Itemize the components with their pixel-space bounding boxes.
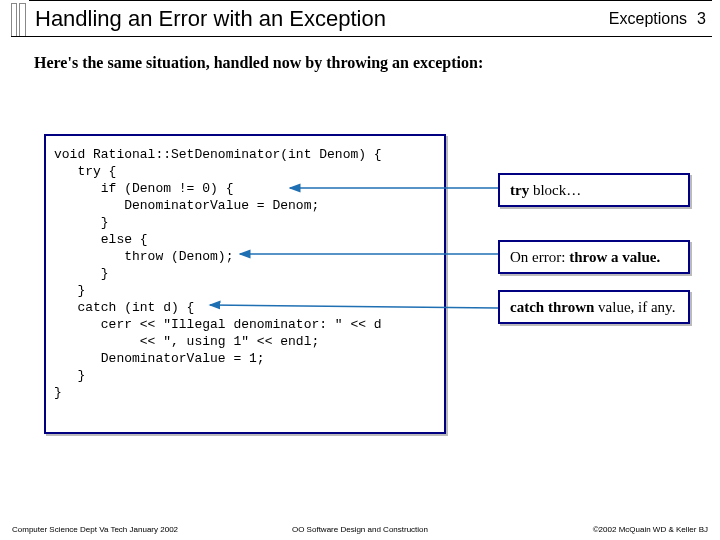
annotation-throw: On error: throw a value.	[498, 240, 690, 274]
header-stripe	[11, 3, 17, 36]
annotation-text: block…	[529, 182, 581, 198]
code-listing: void Rational::SetDenominator(int Denom)…	[54, 146, 436, 401]
annotation-bold: try	[510, 182, 529, 198]
header-stripe	[19, 3, 26, 36]
annotation-catch: catch thrown value, if any.	[498, 290, 690, 324]
annotation-text: On error:	[510, 249, 569, 265]
footer-center: OO Software Design and Construction	[0, 525, 720, 534]
intro-text: Here's the same situation, handled now b…	[34, 54, 483, 72]
page-number: 3	[697, 10, 706, 28]
annotation-bold: throw a value.	[569, 249, 660, 265]
header: Handling an Error with an Exception Exce…	[29, 0, 712, 37]
page-title: Handling an Error with an Exception	[35, 6, 609, 32]
topic-label: Exceptions	[609, 10, 687, 28]
code-box: void Rational::SetDenominator(int Denom)…	[44, 134, 446, 434]
annotation-bold: catch thrown	[510, 299, 594, 315]
footer: Computer Science Dept Va Tech January 20…	[0, 525, 720, 534]
header-underline	[11, 36, 712, 37]
annotation-try-block: try block…	[498, 173, 690, 207]
slide: Handling an Error with an Exception Exce…	[0, 0, 720, 540]
annotation-text: value, if any.	[594, 299, 675, 315]
